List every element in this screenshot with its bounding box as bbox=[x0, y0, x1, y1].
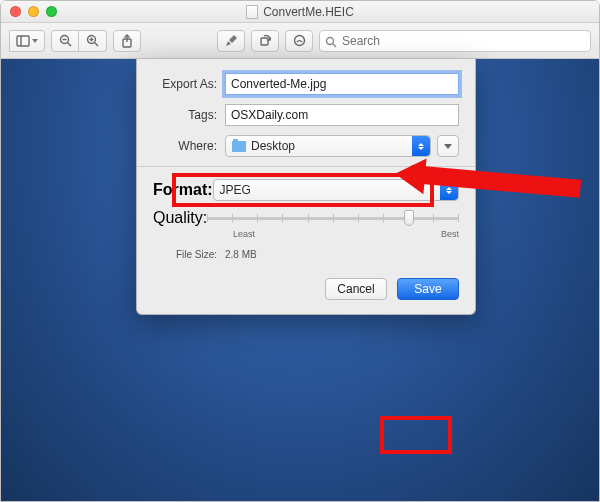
sidebar-toggle-button[interactable] bbox=[9, 30, 45, 52]
filesize-label: File Size: bbox=[153, 249, 225, 260]
export-as-label: Export As: bbox=[153, 77, 225, 91]
close-window-button[interactable] bbox=[10, 6, 21, 17]
quality-min-label: Least bbox=[233, 229, 255, 239]
zoom-out-button[interactable] bbox=[51, 30, 79, 52]
toolbar bbox=[1, 23, 599, 59]
save-button[interactable]: Save bbox=[397, 278, 459, 300]
export-sheet: Export As: Tags: Where: Desktop bbox=[136, 59, 476, 315]
quality-slider[interactable] bbox=[207, 210, 459, 226]
tags-label: Tags: bbox=[153, 108, 225, 122]
format-popup[interactable]: JPEG bbox=[213, 179, 459, 201]
preview-window: ConvertMe.HEIC bbox=[0, 0, 600, 502]
minimize-window-button[interactable] bbox=[28, 6, 39, 17]
filesize-value: 2.8 MB bbox=[225, 249, 257, 260]
updown-caret-icon bbox=[412, 136, 430, 156]
svg-line-3 bbox=[67, 43, 71, 47]
search-icon bbox=[325, 34, 337, 52]
svg-rect-0 bbox=[17, 36, 29, 46]
cancel-button[interactable]: Cancel bbox=[325, 278, 387, 300]
titlebar: ConvertMe.HEIC bbox=[1, 1, 599, 23]
svg-point-13 bbox=[327, 37, 334, 44]
format-label: Format: bbox=[153, 181, 213, 199]
annotate-button[interactable] bbox=[285, 30, 313, 52]
quality-max-label: Best bbox=[441, 229, 459, 239]
rotate-button[interactable] bbox=[251, 30, 279, 52]
document-icon bbox=[246, 5, 258, 19]
svg-rect-11 bbox=[261, 38, 268, 45]
window-controls bbox=[1, 6, 57, 17]
where-popup[interactable]: Desktop bbox=[225, 135, 431, 157]
export-as-input[interactable] bbox=[225, 73, 459, 95]
search-input[interactable] bbox=[319, 30, 591, 52]
format-value: JPEG bbox=[220, 183, 251, 197]
updown-caret-icon bbox=[440, 180, 458, 200]
zoom-window-button[interactable] bbox=[46, 6, 57, 17]
quality-label: Quality: bbox=[153, 209, 207, 227]
annotation-highlight-save bbox=[380, 416, 452, 454]
divider bbox=[137, 166, 475, 167]
share-button[interactable] bbox=[113, 30, 141, 52]
svg-line-6 bbox=[95, 43, 99, 47]
image-viewport: Export As: Tags: Where: Desktop bbox=[1, 59, 599, 501]
where-label: Where: bbox=[153, 139, 225, 153]
folder-icon bbox=[232, 141, 246, 152]
where-value: Desktop bbox=[251, 139, 295, 153]
expand-save-panel-button[interactable] bbox=[437, 135, 459, 157]
window-title: ConvertMe.HEIC bbox=[263, 5, 354, 19]
svg-line-14 bbox=[333, 44, 336, 47]
tags-input[interactable] bbox=[225, 104, 459, 126]
zoom-in-button[interactable] bbox=[79, 30, 107, 52]
markup-button[interactable] bbox=[217, 30, 245, 52]
